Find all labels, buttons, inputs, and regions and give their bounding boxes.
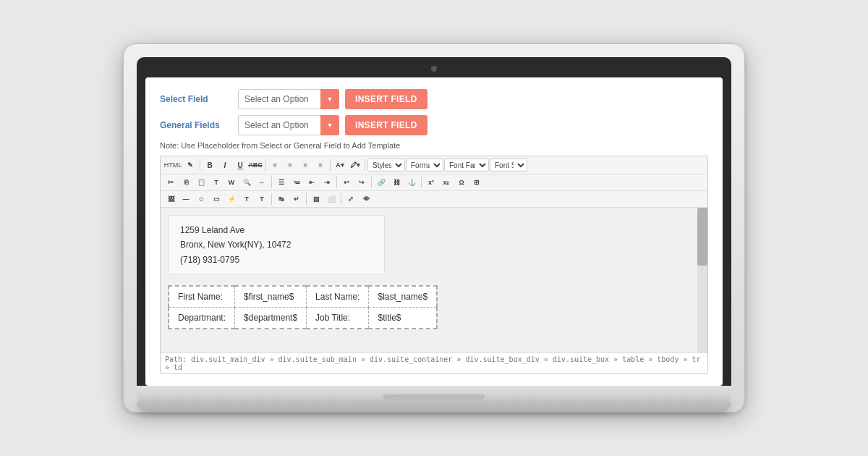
toolbar-sep-5 xyxy=(271,177,272,188)
toolbar-image-btn[interactable]: 🖼 xyxy=(163,193,178,206)
toolbar-rtl-btn[interactable]: ↵ xyxy=(289,193,304,206)
toolbar-sep-3 xyxy=(330,159,331,171)
toolbar-superscript-btn[interactable]: x² xyxy=(424,176,438,189)
screen: Select Field Select an Option INSERT FIE… xyxy=(145,77,723,386)
select-field-row: Select Field Select an Option INSERT FIE… xyxy=(160,89,708,109)
general-fields-dropdown[interactable]: Select an Option xyxy=(238,115,339,135)
toolbar-sep-10 xyxy=(306,193,307,205)
toolbar-t1-btn[interactable]: T xyxy=(239,193,254,206)
table-row: First Name: $first_name$ Last Name: $las… xyxy=(169,286,437,308)
select-field-label: Select Field xyxy=(160,94,232,104)
general-fields-row: General Fields Select an Option INSERT F… xyxy=(160,115,708,135)
toolbar-row-2: ✂ ⎘ 📋 T W 🔍 ↔ ☰ ≔ ⇤ ⇥ ↩ ↪ xyxy=(161,174,707,191)
laptop-notch xyxy=(383,394,485,400)
toolbar-num-list-btn[interactable]: ≔ xyxy=(289,176,304,189)
toolbar-ltr-btn[interactable]: ↹ xyxy=(274,193,289,206)
screen-content: Select Field Select an Option INSERT FIE… xyxy=(145,77,723,386)
note-text: Note: Use Placeholder from Select or Gen… xyxy=(160,141,708,150)
toolbar-smiley-btn[interactable]: ☺ xyxy=(194,193,208,206)
address-line-2: Bronx, New York(NY), 10472 xyxy=(180,237,373,252)
editor-scrollbar[interactable] xyxy=(697,208,707,352)
toolbar-sep-2 xyxy=(265,159,265,171)
toolbar-align-right-btn[interactable]: ≡ xyxy=(298,159,312,172)
toolbar-sep-8 xyxy=(421,177,422,188)
department-value: $department$ xyxy=(235,308,307,329)
toolbar-copy-btn[interactable]: ⎘ xyxy=(179,176,193,189)
laptop-base xyxy=(137,386,731,402)
toolbar-div-btn[interactable]: ⬜ xyxy=(324,193,339,206)
scroll-thumb[interactable] xyxy=(697,208,707,266)
insert-field-button-1[interactable]: INSERT FIELD xyxy=(345,89,427,109)
laptop-bottom xyxy=(137,402,731,412)
toolbar-sep-6 xyxy=(336,177,337,188)
table-row: Departmant: $department$ Job Title: $tit… xyxy=(169,308,437,329)
select-field-dropdown[interactable]: Select an Option xyxy=(238,89,339,109)
address-line-3: (718) 931-0795 xyxy=(180,253,373,267)
job-title-label: Job Title: xyxy=(307,308,369,329)
toolbar-undo-btn[interactable]: ↩ xyxy=(339,176,354,189)
toolbar-styles-select[interactable]: Styles xyxy=(367,159,405,172)
toolbar-outdent-btn[interactable]: ⇤ xyxy=(305,176,319,189)
first-name-label: First Name: xyxy=(169,286,235,308)
toolbar-flash-btn[interactable]: ⚡ xyxy=(224,193,239,206)
toolbar-preview-btn[interactable]: 👁 xyxy=(359,193,373,206)
general-fields-label: General Fields xyxy=(160,120,232,130)
toolbar-maximize-btn[interactable]: ⤢ xyxy=(344,193,358,206)
toolbar-table-btn[interactable]: ⊞ xyxy=(469,176,484,189)
toolbar-underline-btn[interactable]: U xyxy=(233,159,247,172)
toolbar-paste-word-btn[interactable]: W xyxy=(224,176,239,189)
address-block: 1259 Leland Ave Bronx, New York(NY), 104… xyxy=(168,215,385,275)
toolbar-row-3: 🖼 — ☺ ▭ ⚡ T T ↹ ↵ ▤ ⬜ ⤢ xyxy=(161,191,707,208)
job-title-value: $title$ xyxy=(369,308,437,329)
toolbar-font-size-select[interactable]: Font Size xyxy=(490,159,527,172)
toolbar-link-btn[interactable]: 🔗 xyxy=(374,176,388,189)
template-table: First Name: $first_name$ Last Name: $las… xyxy=(168,285,438,329)
toolbar-bg-color-btn[interactable]: 🖍▾ xyxy=(348,159,362,172)
toolbar-replace-btn[interactable]: ↔ xyxy=(255,176,269,189)
toolbar-t2-btn[interactable]: T xyxy=(255,193,269,206)
screen-bezel: Select Field Select an Option INSERT FIE… xyxy=(137,57,731,386)
toolbar-find-btn[interactable]: 🔍 xyxy=(239,176,254,189)
rich-text-editor: HTML ✎ B I U ABC ≡ ≡ ≡ ≡ A▾ � xyxy=(160,156,708,374)
general-fields-wrapper: Select an Option xyxy=(238,115,339,135)
toolbar-italic-btn[interactable]: I xyxy=(218,159,232,172)
toolbar-html-btn[interactable]: HTML xyxy=(163,159,182,172)
editor-inner[interactable]: 1259 Leland Ave Bronx, New York(NY), 104… xyxy=(161,208,707,339)
toolbar-sep-9 xyxy=(271,193,272,205)
insert-field-button-2[interactable]: INSERT FIELD xyxy=(345,115,427,135)
toolbar-font-family-select[interactable]: Font Family xyxy=(444,159,489,172)
toolbar-align-center-btn[interactable]: ≡ xyxy=(283,159,297,172)
editor-body[interactable]: 1259 Leland Ave Bronx, New York(NY), 104… xyxy=(161,208,707,352)
toolbar-font-color-btn[interactable]: A▾ xyxy=(333,159,347,172)
toolbar-paste-btn[interactable]: 📋 xyxy=(194,176,208,189)
toolbar-paste-text-btn[interactable]: T xyxy=(209,176,224,189)
toolbar-format-select[interactable]: Format xyxy=(406,159,443,172)
toolbar-indent-btn[interactable]: ⇥ xyxy=(320,176,334,189)
laptop-shell: Select Field Select an Option INSERT FIE… xyxy=(123,43,745,413)
toolbar-bullet-list-btn[interactable]: ☰ xyxy=(274,176,289,189)
select-field-wrapper: Select an Option xyxy=(238,89,339,109)
toolbar-anchor-btn[interactable]: ⚓ xyxy=(404,176,419,189)
toolbar-unlink-btn[interactable]: ⛓ xyxy=(389,176,404,189)
toolbar-align-left-btn[interactable]: ≡ xyxy=(268,159,282,172)
toolbar-hline-btn[interactable]: — xyxy=(179,193,193,206)
address-line-1: 1259 Leland Ave xyxy=(180,223,373,237)
toolbar-source-btn[interactable]: ✎ xyxy=(183,159,197,172)
last-name-value: $last_name$ xyxy=(369,286,437,308)
toolbar-block-btn[interactable]: ▤ xyxy=(309,193,323,206)
first-name-value: $first_name$ xyxy=(235,286,307,308)
toolbar-subscript-btn[interactable]: x₂ xyxy=(439,176,454,189)
toolbar-special-char-btn[interactable]: Ω xyxy=(454,176,469,189)
toolbar-bold-btn[interactable]: B xyxy=(203,159,217,172)
toolbar-sep-4 xyxy=(365,159,365,171)
toolbar-justify-btn[interactable]: ≡ xyxy=(313,159,328,172)
toolbar-cut-btn[interactable]: ✂ xyxy=(163,176,178,189)
toolbar-iframe-btn[interactable]: ▭ xyxy=(209,193,224,206)
camera-icon xyxy=(431,66,437,72)
toolbar-sep-1 xyxy=(200,159,200,171)
toolbar-sep-7 xyxy=(371,177,372,188)
toolbar-strikethrough-btn[interactable]: ABC xyxy=(248,159,263,172)
toolbar-redo-btn[interactable]: ↪ xyxy=(354,176,369,189)
toolbar-sep-11 xyxy=(341,193,341,205)
path-bar: Path: div.suit_main_div » div.suite_sub_… xyxy=(161,352,707,373)
